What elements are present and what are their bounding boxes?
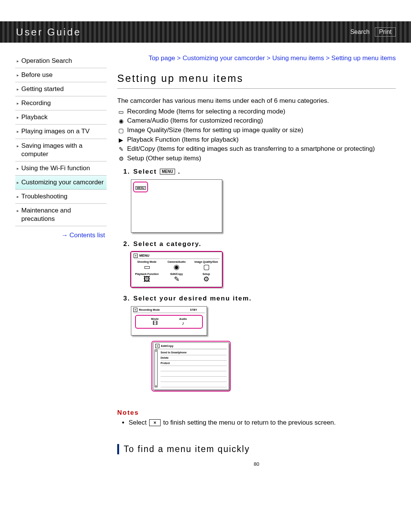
step-1: 1. Select MENU. — [123, 168, 396, 176]
sidebar-item-label: Before use — [21, 71, 53, 79]
breadcrumb[interactable]: Top page > Customizing your camcorder > … — [117, 54, 396, 63]
section-heading: To find a menu item quickly — [117, 444, 396, 454]
chevron-right-icon: ▸ — [17, 99, 19, 106]
page-number: 80 — [117, 461, 396, 471]
category-list: ▭Recording Mode (Items for selecting a r… — [117, 107, 396, 163]
figure-1: MENU — [131, 179, 396, 233]
figure-2: ×MENU Shooting Mode▭Camera/Audio◉Image Q… — [131, 252, 396, 287]
menu-category-cell: Camera/Audio◉ — [163, 260, 190, 272]
sidebar-item[interactable]: ▸Playback — [15, 110, 107, 125]
menu-category-cell: Setup⚙ — [193, 273, 220, 284]
category-text: Camera/Audio (Items for customized recor… — [127, 116, 396, 126]
sidebar-item[interactable]: ▸Getting started — [15, 82, 107, 96]
chevron-right-icon: ▸ — [17, 113, 19, 120]
category-icon: ◉ — [117, 116, 125, 125]
step-2: 2. Select a category. — [123, 240, 396, 248]
sidebar-item[interactable]: ▸Using the Wi-Fi function — [15, 161, 107, 176]
contents-list-link[interactable]: →Contents list — [15, 226, 107, 239]
app-title: User Guide — [16, 26, 81, 38]
chevron-right-icon: ▸ — [17, 127, 19, 134]
category-icon: ✎ — [117, 144, 125, 153]
notes-list: Select × to finish setting the menu or t… — [117, 418, 396, 427]
page-title: Setting up menu items — [117, 73, 396, 89]
chevron-right-icon: ▸ — [17, 178, 19, 185]
category-text: Setup (Other setup items) — [127, 154, 396, 163]
main-content: Top page > Customizing your camcorder > … — [117, 54, 396, 471]
close-icon: × — [134, 254, 138, 258]
menu-highlight: MENU — [133, 182, 148, 192]
sidebar-item[interactable]: ▸Recording — [15, 96, 107, 110]
chevron-right-icon: ▸ — [17, 192, 19, 199]
category-item: ▢Image Quality/Size (Items for setting u… — [117, 126, 396, 135]
sidebar-item-label: Operation Search — [21, 57, 72, 65]
menu-button-label: MENU — [160, 169, 175, 174]
menu-category-cell: Playback Function🖼 — [134, 273, 160, 284]
close-icon: × — [133, 308, 137, 312]
menu-category-cell: Image Quality/Size▢ — [193, 260, 220, 272]
step-3: 3. Select your desired menu item. — [123, 295, 396, 302]
sidebar-item-label: Getting started — [21, 85, 64, 93]
category-icon: ▢ — [117, 126, 125, 135]
category-icon: ⚙ — [117, 154, 125, 163]
header-bar: User Guide Search Print — [0, 21, 411, 43]
intro-text: The camcorder has various menu items und… — [117, 96, 396, 105]
category-item: ▶Playback Function (Items for playback) — [117, 135, 396, 145]
sidebar-item-label: Troubleshooting — [21, 192, 67, 201]
sidebar-item-label: Playing images on a TV — [21, 127, 89, 136]
figure-3: ×Recording ModeSTBY Movie🎞 Audio♪ ×Edit/… — [131, 306, 396, 401]
category-icon: ▶ — [117, 135, 125, 144]
sidebar-item-label: Recording — [21, 99, 51, 107]
notes-heading: Notes — [117, 409, 396, 417]
sidebar-item-label: Using the Wi-Fi function — [21, 164, 90, 173]
category-text: Image Quality/Size (Items for setting up… — [127, 126, 396, 135]
menu-category-cell: Shooting Mode▭ — [134, 260, 160, 272]
category-icon: ▭ — [117, 107, 125, 116]
chevron-right-icon: ▸ — [17, 142, 19, 149]
close-button-icon: × — [149, 419, 161, 426]
sidebar-item[interactable]: ▸Troubleshooting — [15, 190, 107, 204]
sidebar-item[interactable]: ▸Operation Search — [15, 54, 107, 68]
scrollbar — [155, 350, 158, 387]
category-item: ⚙Setup (Other setup items) — [117, 154, 396, 163]
chevron-right-icon: ▸ — [17, 164, 19, 171]
header-actions: Search Print — [350, 27, 396, 37]
category-item: ◉Camera/Audio (Items for customized reco… — [117, 116, 396, 126]
menu-category-cell: Edit/Copy✎ — [163, 273, 190, 284]
sidebar-item-label: Maintenance and precautions — [21, 206, 105, 223]
search-link[interactable]: Search — [350, 29, 370, 35]
category-text: Recording Mode (Items for selecting a re… — [127, 107, 396, 117]
chevron-right-icon: ▸ — [17, 85, 19, 92]
chevron-right-icon: ▸ — [17, 71, 19, 78]
sidebar-item[interactable]: ▸Customizing your camcorder — [15, 176, 107, 190]
print-button[interactable]: Print — [375, 27, 396, 37]
chevron-right-icon: ▸ — [17, 57, 19, 64]
nav-list: ▸Operation Search▸Before use▸Getting sta… — [15, 54, 107, 226]
category-item: ✎Edit/Copy (Items for editing images suc… — [117, 144, 396, 154]
note-item: Select × to finish setting the menu or t… — [129, 418, 396, 427]
sidebar: ▸Operation Search▸Before use▸Getting sta… — [15, 54, 107, 471]
chevron-right-icon: ▸ — [17, 206, 19, 213]
category-item: ▭Recording Mode (Items for selecting a r… — [117, 107, 396, 117]
sidebar-item-label: Playback — [21, 113, 48, 121]
sidebar-item[interactable]: ▸Playing images on a TV — [15, 125, 107, 139]
sidebar-item[interactable]: ▸Saving images with a computer — [15, 139, 107, 161]
sidebar-item[interactable]: ▸Maintenance and precautions — [15, 204, 107, 226]
category-text: Edit/Copy (Items for editing images such… — [127, 144, 396, 154]
sidebar-item-label: Customizing your camcorder — [21, 178, 104, 187]
sidebar-item-label: Saving images with a computer — [21, 142, 105, 158]
category-text: Playback Function (Items for playback) — [127, 135, 396, 145]
sidebar-item[interactable]: ▸Before use — [15, 68, 107, 82]
